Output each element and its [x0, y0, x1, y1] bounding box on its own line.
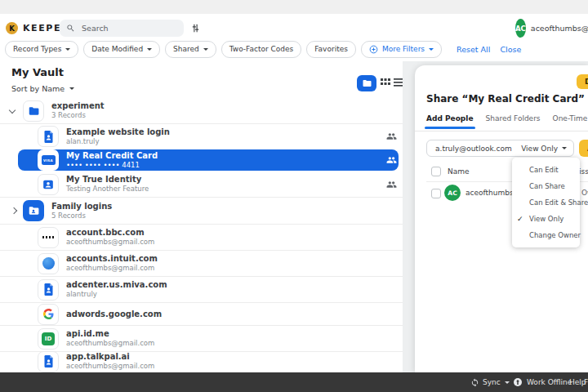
sort-by-control[interactable]: Sort by Name [11, 84, 74, 93]
sync-button[interactable]: Sync [483, 372, 510, 392]
tabs-divider [415, 131, 588, 131]
record-row-example-website-login[interactable]: Example website loginalan.truly [0, 124, 403, 149]
add-button[interactable]: Add [579, 140, 588, 157]
vault-panel: My Vault Sort by Name experiment3 Record… [0, 61, 403, 372]
row-avatar: AC [444, 185, 461, 201]
close-filters-link[interactable]: Close [500, 45, 521, 54]
chevron-down-icon [65, 48, 70, 51]
reset-all-link[interactable]: Reset All [457, 45, 490, 54]
chevron-down-icon [203, 48, 208, 51]
record-row-api-id-me[interactable]: IDapi.id.meaceofthumbs@gmail.com [0, 326, 403, 352]
menu-item-label: Can Edit & Share [529, 198, 588, 207]
share-dialog-tabs: Add PeopleShared FoldersOne-Time Share [426, 114, 588, 129]
credit-card-icon: VISA [38, 149, 59, 171]
filter-chip-record-types[interactable]: Record Types [5, 41, 78, 58]
status-bar: Sync Work Offline Help F [0, 372, 588, 392]
record-row-adcenter-us-miva-com[interactable]: adcenter.us.miva.comalantruly [0, 277, 403, 303]
page-title: My Vault [11, 66, 64, 78]
row-checkbox[interactable] [431, 189, 441, 198]
record-row-app-talkpal-ai[interactable]: app.talkpal.aiaceofthumbs@gmail.com [0, 352, 403, 371]
row-title: account.bbc.com [66, 228, 154, 238]
filter-chip-shared[interactable]: Shared [165, 41, 216, 58]
row-title: app.talkpal.ai [66, 352, 154, 362]
idme-badge-icon: ID [38, 328, 59, 350]
google-g-icon [38, 304, 59, 325]
chevron-down-icon [69, 87, 74, 90]
login-doc-icon [38, 279, 59, 301]
menu-item-can-edit-share[interactable]: Can Edit & Share [512, 194, 580, 211]
row-title: adwords.google.com [66, 310, 162, 319]
chevron-down-icon[interactable] [10, 109, 23, 113]
folder-row-experiment[interactable]: experiment3 Records [0, 98, 403, 124]
account-menu[interactable]: AC aceofthumbs@gmail.com [515, 19, 588, 38]
row-subtitle: 5 Records [51, 212, 112, 220]
chevron-right-icon[interactable] [10, 208, 23, 213]
filter-chip-more-filters[interactable]: More Filters [361, 41, 442, 58]
folder-view-toggle[interactable] [357, 75, 376, 91]
row-title: api.id.me [66, 329, 154, 339]
tab-add-people[interactable]: Add People [426, 114, 474, 129]
search-icon [66, 24, 75, 33]
record-row-my-true-identity[interactable]: My True IdentityTesting Another Feature [0, 172, 403, 198]
filter-chip-label: Two-Factor Codes [229, 45, 293, 53]
menu-item-view-only[interactable]: ✓View Only [512, 211, 580, 227]
folder-icon [362, 78, 372, 88]
recipient-email-input[interactable] [434, 144, 519, 154]
shared-record-icon[interactable] [386, 155, 397, 166]
menu-item-label: Can Share [529, 182, 565, 190]
chevron-down-icon [562, 147, 567, 149]
chevron-down-icon [429, 48, 434, 51]
row-subtitle: alan.truly [66, 137, 170, 146]
grid-view-toggle[interactable] [381, 78, 390, 87]
account-email: aceofthumbs@gmail.com [531, 24, 588, 33]
sync-icon[interactable] [470, 372, 479, 392]
shared-record-icon[interactable] [386, 179, 397, 189]
permission-menu: Can EditCan ShareCan Edit & Share✓View O… [512, 158, 580, 247]
folder-row-family-logins[interactable]: Family logins5 Records [0, 198, 403, 225]
select-all-checkbox[interactable] [431, 167, 441, 176]
row-subtitle: aceofthumbs@gmail.com [66, 264, 158, 273]
done-button[interactable]: Done [577, 74, 588, 89]
menu-item-label: Change Owner [529, 231, 581, 239]
filter-chip-two-factor-codes[interactable]: Two-Factor Codes [221, 41, 301, 58]
shared-record-icon[interactable] [386, 131, 397, 142]
record-row-accounts-intuit-com[interactable]: accounts.intuit.comaceofthumbs@gmail.com [0, 251, 403, 277]
row-subtitle: Testing Another Feature [66, 185, 149, 194]
recipient-input-group[interactable]: View Only [426, 140, 574, 157]
work-offline-icon[interactable] [513, 372, 523, 392]
search-filter-tune-icon[interactable] [190, 23, 201, 35]
row-title: My True Identity [66, 175, 149, 185]
menu-item-can-edit[interactable]: Can Edit [512, 162, 580, 178]
row-title: Example website login [66, 127, 170, 137]
record-row-account-bbc-com[interactable]: account.bbc.comaceofthumbs@gmail.com [0, 225, 403, 251]
row-title: experiment [51, 101, 105, 111]
record-row-my-real-credit-card[interactable]: VISAMy Real Credit Card•••• •••• •••• 44… [0, 149, 403, 172]
menu-item-can-share[interactable]: Can Share [512, 178, 580, 194]
row-subtitle: aceofthumbs@gmail.com [66, 238, 154, 247]
tab-shared-folders[interactable]: Shared Folders [486, 114, 541, 129]
truncated-statusbar-item[interactable]: F [584, 372, 588, 392]
login-doc-icon [38, 126, 59, 147]
menu-item-change-owner[interactable]: Change Owner [512, 227, 580, 243]
account-avatar[interactable]: AC [515, 19, 526, 38]
search-input[interactable] [80, 23, 173, 33]
row-permission-value: Owner [581, 189, 588, 197]
search-bar[interactable] [60, 20, 184, 37]
filter-chip-favorites[interactable]: Favorites [306, 41, 356, 58]
chevron-down-icon [505, 381, 510, 384]
filter-chip-label: Date Modified [91, 45, 143, 53]
intuit-circle-icon [38, 253, 59, 274]
permission-dropdown-trigger[interactable]: View Only [521, 145, 567, 153]
work-offline-button[interactable]: Work Offline [527, 372, 572, 392]
menu-item-label: View Only [529, 215, 564, 223]
share-dialog: Done Share “My Real Credit Card” Add Peo… [415, 65, 588, 372]
row-subtitle: •••• •••• •••• 4411 [66, 161, 158, 170]
permission-dropdown-value: View Only [521, 145, 558, 153]
filter-chip-label: More Filters [382, 45, 425, 53]
filter-chip-date-modified[interactable]: Date Modified [83, 41, 160, 58]
column-header-name: Name [448, 167, 470, 176]
row-subtitle: 3 Records [51, 111, 105, 120]
app-header: K KEEPER AC aceofthumbs@gmail.com Record… [0, 14, 588, 61]
tab-one-time-share[interactable]: One-Time Share [553, 114, 588, 129]
record-row-adwords-google-com[interactable]: adwords.google.com [0, 303, 403, 326]
